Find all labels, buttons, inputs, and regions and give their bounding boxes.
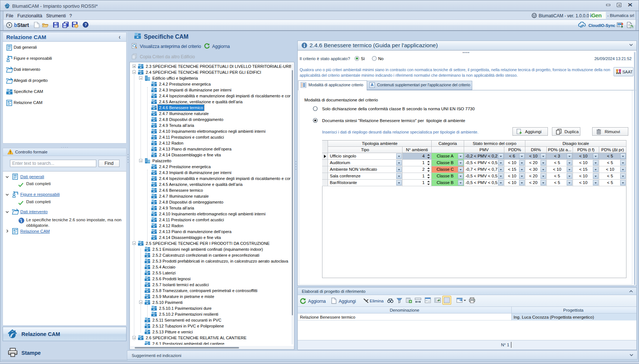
svg-text:?: ? <box>84 22 87 27</box>
